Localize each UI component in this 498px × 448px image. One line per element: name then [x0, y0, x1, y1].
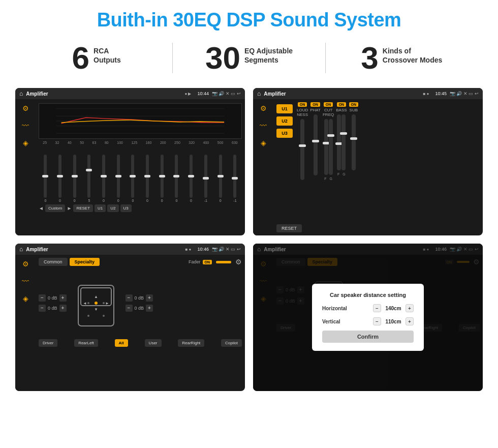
phat-thumb[interactable] — [312, 140, 319, 142]
btn-copilot[interactable]: Copilot — [221, 339, 242, 347]
eq-thumb-13[interactable] — [232, 177, 238, 180]
eq-u3-btn[interactable]: U3 — [120, 204, 132, 212]
amp2-sliders-icon[interactable]: ⚙ — [260, 104, 267, 112]
eq-u2-btn[interactable]: U2 — [107, 204, 118, 212]
eq-thumb-12[interactable] — [217, 175, 224, 177]
dialog-vertical-plus[interactable]: + — [406, 317, 414, 325]
cutfreq-slider-g[interactable] — [329, 119, 333, 175]
db-minus-fr[interactable]: − — [126, 294, 133, 302]
dialog-vertical-minus[interactable]: − — [373, 317, 381, 325]
btn-driver[interactable]: Driver — [39, 339, 57, 347]
amp2-u3-btn[interactable]: U3 — [276, 129, 293, 138]
eq-track-6[interactable] — [131, 155, 134, 198]
fader-on-badge[interactable]: ON — [203, 260, 212, 264]
bass-on[interactable]: ON — [337, 102, 347, 107]
fader-speaker-icon[interactable]: ◈ — [23, 294, 28, 303]
svg-text:►: ► — [105, 301, 109, 306]
db-minus-rl[interactable]: − — [39, 305, 46, 312]
eq-u1-btn[interactable]: U1 — [95, 204, 106, 212]
amp2-wave-icon[interactable]: 〰 — [260, 122, 267, 130]
bass-slider-g[interactable] — [341, 114, 346, 170]
eq-track-4[interactable] — [102, 155, 105, 198]
home-icon-2[interactable]: ⌂ — [257, 90, 261, 97]
eq-track-12[interactable] — [219, 155, 222, 198]
cutfreq-thumb-g[interactable] — [327, 134, 334, 137]
db-plus-rr[interactable]: + — [146, 305, 153, 312]
cutfreq-slider-f[interactable] — [324, 119, 328, 175]
tab-specialty[interactable]: Specialty — [70, 258, 100, 266]
eq-track-5[interactable] — [117, 155, 120, 198]
eq-track-10[interactable] — [190, 155, 193, 198]
amp2-u2-btn[interactable]: U2 — [276, 116, 293, 126]
dialog-horizontal-minus[interactable]: − — [373, 304, 381, 312]
eq-thumb-1[interactable] — [57, 175, 63, 177]
db-plus-rl[interactable]: + — [59, 305, 67, 312]
eq-custom-btn[interactable]: Custom — [45, 204, 66, 212]
eq-bottom-bar: ◄ Custom ► RESET U1 U2 U3 — [39, 204, 242, 212]
eq-slider-0: 0 — [44, 155, 47, 202]
eq-prev-arrow[interactable]: ◄ — [39, 205, 44, 211]
db-plus-fr[interactable]: + — [146, 294, 153, 302]
eq-thumb-4[interactable] — [101, 175, 107, 177]
cutfreq-on[interactable]: ON — [324, 102, 333, 107]
eq-track-1[interactable] — [58, 155, 61, 198]
eq-track-11[interactable] — [204, 155, 207, 198]
eq-thumb-10[interactable] — [188, 175, 194, 177]
bass-thumb-g[interactable] — [340, 132, 347, 135]
eq-thumb-6[interactable] — [130, 175, 136, 177]
eq-reset-btn[interactable]: RESET — [73, 204, 93, 212]
eq-thumb-9[interactable] — [173, 175, 179, 177]
fader-wave-icon[interactable]: 〰 — [22, 277, 29, 285]
eq-graph — [39, 103, 242, 139]
eq-thumb-7[interactable] — [144, 175, 150, 177]
fader-sliders-icon[interactable]: ⚙ — [22, 260, 29, 268]
tab-common[interactable]: Common — [39, 258, 68, 266]
btn-all[interactable]: All — [115, 339, 128, 347]
eq-thumb-0[interactable] — [42, 175, 48, 177]
stat-divider-1 — [172, 43, 173, 73]
eq-thumb-8[interactable] — [159, 175, 165, 177]
fader-settings-icon[interactable]: ⚙ — [235, 258, 242, 266]
sub-thumb[interactable] — [350, 137, 357, 140]
btn-rearright[interactable]: RearRight — [178, 339, 204, 347]
eq-next-arrow[interactable]: ► — [67, 205, 72, 211]
eq-track-0[interactable] — [44, 155, 47, 198]
loudness-on[interactable]: ON — [298, 102, 307, 107]
eq-track-8[interactable] — [161, 155, 164, 198]
eq-thumb-3[interactable] — [86, 169, 92, 171]
sub-slider[interactable] — [352, 114, 356, 170]
amp2-speaker-icon[interactable]: ◈ — [261, 139, 266, 147]
home-icon-1[interactable]: ⌂ — [19, 90, 23, 97]
loudness-slider[interactable] — [300, 119, 304, 180]
eq-wave-icon[interactable]: 〰 — [22, 122, 29, 130]
eq-thumb-5[interactable] — [115, 175, 121, 177]
confirm-button[interactable]: Confirm — [322, 331, 414, 343]
status-time-1: 10:44 — [197, 91, 209, 96]
bass-slider-f[interactable] — [337, 114, 341, 170]
db-plus-fl[interactable]: + — [59, 294, 67, 302]
eq-sliders-icon[interactable]: ⚙ — [22, 104, 29, 112]
eq-track-13[interactable] — [233, 155, 236, 198]
eq-thumb-11[interactable] — [203, 177, 209, 180]
btn-user[interactable]: User — [145, 339, 162, 347]
eq-track-3[interactable] — [87, 155, 90, 198]
eq-speaker-icon[interactable]: ◈ — [23, 139, 28, 147]
eq-track-7[interactable] — [146, 155, 149, 198]
amp2-reset-btn[interactable]: RESET — [276, 224, 302, 232]
sub-on[interactable]: ON — [349, 102, 359, 107]
eq-thumb-2[interactable] — [72, 175, 78, 177]
loudness-thumb[interactable] — [299, 144, 306, 147]
eq-track-9[interactable] — [175, 155, 178, 198]
db-minus-rr[interactable]: − — [126, 305, 133, 312]
amp2-u1-btn[interactable]: U1 — [276, 104, 293, 113]
phat-slider[interactable] — [314, 114, 318, 175]
phat-on[interactable]: ON — [310, 102, 320, 107]
stat-eq: 30 EQ AdjustableSegments — [183, 42, 315, 74]
dialog-horizontal-plus[interactable]: + — [406, 304, 414, 312]
status-dots-3: ■ ● — [185, 247, 192, 252]
db-minus-fl[interactable]: − — [39, 294, 46, 302]
eq-track-2[interactable] — [73, 155, 76, 198]
btn-rearleft[interactable]: RearLeft — [74, 339, 98, 347]
home-icon-3[interactable]: ⌂ — [19, 246, 23, 253]
amp2-channels: ON LOUDNESS ON PHAT — [297, 102, 480, 220]
